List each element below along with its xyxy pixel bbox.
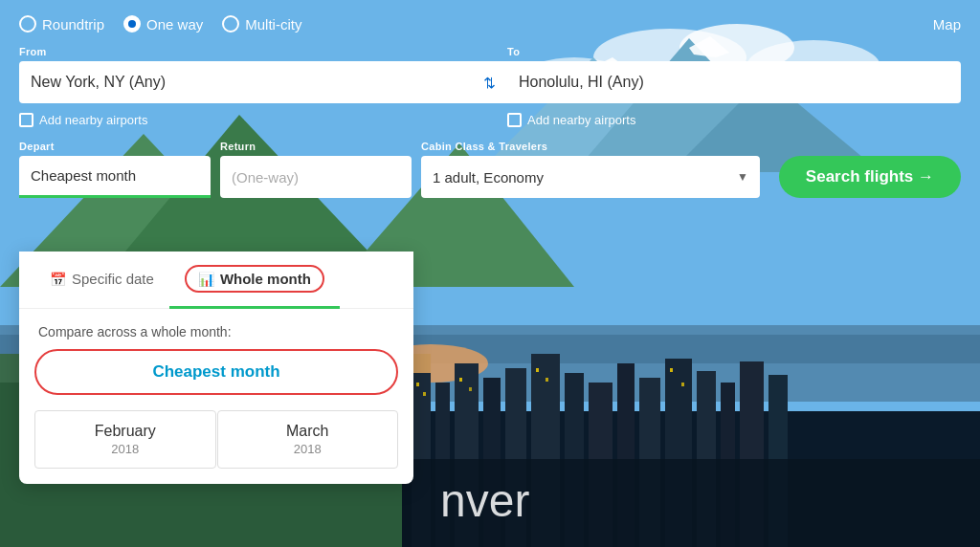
- roundtrip-label: Roundtrip: [42, 16, 104, 33]
- depart-label: Depart: [19, 141, 211, 152]
- roundtrip-option[interactable]: Roundtrip: [19, 15, 104, 33]
- to-field-group: To: [507, 46, 961, 103]
- oneway-option[interactable]: One way: [123, 15, 203, 33]
- from-label: From: [19, 46, 473, 57]
- roundtrip-radio[interactable]: [19, 15, 36, 33]
- nearby-to-checkbox[interactable]: [507, 113, 522, 127]
- cheapest-month-option[interactable]: Cheapest month: [34, 349, 398, 395]
- calendar-icon: 📅: [50, 272, 66, 287]
- february-cell[interactable]: February 2018: [34, 410, 216, 469]
- from-field-group: From: [19, 46, 473, 103]
- date-dropdown-panel: 📅 Specific date 📊 Whole month Compare ac…: [19, 252, 413, 484]
- to-input[interactable]: [507, 61, 961, 103]
- oneway-radio[interactable]: [123, 15, 141, 33]
- to-label: To: [507, 46, 961, 57]
- depart-group: Depart Cheapest month: [19, 141, 211, 198]
- search-button-wrapper: Search flights →: [779, 156, 961, 198]
- trip-type-selector: Roundtrip One way Multi-city: [19, 15, 301, 33]
- multicity-option[interactable]: Multi-city: [222, 15, 301, 33]
- search-flights-button[interactable]: Search flights →: [779, 156, 961, 198]
- march-name: March: [230, 423, 387, 440]
- specific-date-tab[interactable]: 📅 Specific date: [34, 252, 169, 309]
- swap-button[interactable]: ⇄: [473, 61, 507, 103]
- depart-input[interactable]: Cheapest month: [19, 156, 211, 198]
- cabin-label: Cabin Class & Travelers: [421, 141, 760, 152]
- nearby-from-check[interactable]: Add nearby airports: [19, 113, 473, 127]
- whole-month-tab[interactable]: 📊 Whole month: [169, 252, 340, 309]
- dropdown-tab-row: 📅 Specific date 📊 Whole month: [19, 252, 413, 309]
- month-grid: February 2018 March 2018: [19, 410, 413, 484]
- march-year: 2018: [230, 442, 387, 456]
- multicity-radio[interactable]: [222, 15, 239, 33]
- cheapest-month-label: Cheapest month: [152, 362, 279, 381]
- nearby-airports-row: Add nearby airports Add nearby airports: [19, 113, 961, 127]
- nearby-from-checkbox[interactable]: [19, 113, 33, 127]
- multicity-label: Multi-city: [245, 16, 301, 33]
- nearby-to-check[interactable]: Add nearby airports: [507, 113, 961, 127]
- controls-row: Depart Cheapest month Return (One-way) C…: [19, 141, 961, 198]
- march-cell[interactable]: March 2018: [217, 410, 399, 469]
- nearby-to-label: Add nearby airports: [527, 113, 635, 127]
- whole-month-label: Whole month: [220, 271, 311, 287]
- nearby-from-label: Add nearby airports: [39, 113, 147, 127]
- swap-icon: ⇄: [481, 77, 500, 89]
- february-name: February: [47, 423, 204, 440]
- map-link[interactable]: Map: [933, 16, 961, 33]
- cabin-select[interactable]: 1 adult, Economy: [421, 156, 760, 198]
- compare-text: Compare across a whole month:: [19, 309, 413, 349]
- february-year: 2018: [47, 442, 204, 456]
- from-to-row: From ⇄ To: [19, 46, 961, 103]
- cabin-group: Cabin Class & Travelers 1 adult, Economy…: [421, 141, 760, 198]
- whole-month-oval: 📊 Whole month: [185, 265, 324, 293]
- from-input[interactable]: [19, 61, 473, 103]
- return-value: (One-way): [232, 169, 299, 186]
- cabin-wrapper: 1 adult, Economy ▼: [421, 156, 760, 198]
- top-bar: Roundtrip One way Multi-city Map: [19, 15, 961, 33]
- oneway-label: One way: [146, 16, 203, 33]
- return-label: Return: [220, 141, 412, 152]
- depart-value: Cheapest month: [31, 167, 136, 184]
- specific-date-label: Specific date: [72, 271, 154, 287]
- bar-chart-icon: 📊: [198, 272, 214, 287]
- return-input[interactable]: (One-way): [220, 156, 412, 198]
- return-group: Return (One-way): [220, 141, 412, 198]
